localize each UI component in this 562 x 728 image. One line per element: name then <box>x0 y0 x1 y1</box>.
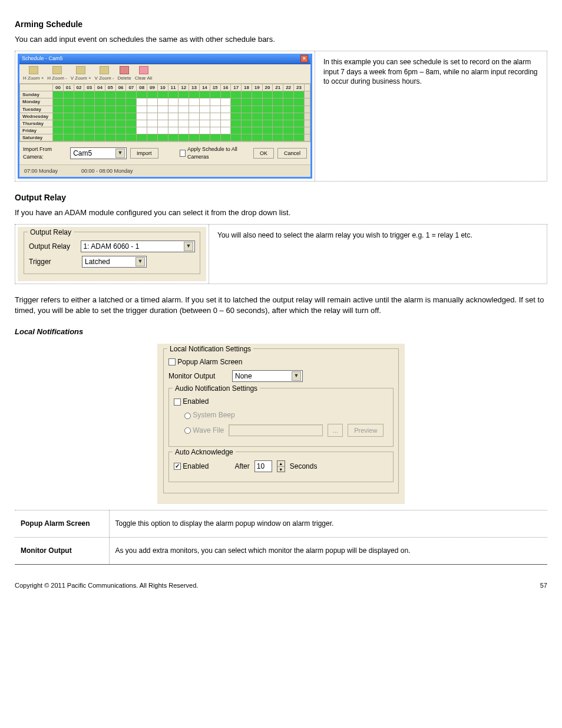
heading-local-notifications: Local Notifications <box>15 327 547 337</box>
preview-button[interactable]: Preview <box>348 424 384 437</box>
auto-acknowledge-fieldset: Auto Acknowledge ✓ Enabled After ▲ ▼ Sec… <box>168 452 394 482</box>
auto-ack-enabled-checkbox[interactable]: ✓ Enabled <box>174 462 209 472</box>
definitions-table: Popup Alarm ScreenToggle this option to … <box>15 510 547 565</box>
definition-text: Toggle this option to display the alarm … <box>109 510 547 537</box>
clear-all-button[interactable]: Clear All <box>135 66 153 81</box>
page-number: 57 <box>540 581 547 590</box>
output-relay-select[interactable]: 1: ADAM 6060 - 1 ▼ <box>81 241 195 252</box>
schedule-toolbar: H Zoom + H Zoom - V Zoom + V Zoom - Dele… <box>19 64 310 84</box>
table-row: Monitor OutputAs you add extra monitors,… <box>15 537 547 564</box>
schedule-description: In this example you can see schedule is … <box>315 51 547 181</box>
schedule-status-bar: 07:00 Monday 00:00 - 08:00 Monday <box>19 164 310 177</box>
cancel-button[interactable]: Cancel <box>277 148 307 159</box>
trigger-explanation: Trigger refers to either a latched or a … <box>15 295 547 316</box>
hzoom-minus-button[interactable]: H Zoom - <box>47 66 67 81</box>
relay-description: You will also need to select the alarm r… <box>209 225 547 284</box>
heading-arming-schedule: Arming Schedule <box>15 19 547 31</box>
audio-enabled-checkbox[interactable]: Enabled <box>174 397 209 407</box>
body-arming-intro: You can add input event on schedules the… <box>15 34 547 45</box>
delete-button[interactable]: Delete <box>118 66 131 81</box>
local-notification-box: Local Notification Settings Popup Alarm … <box>157 344 405 504</box>
schedule-titlebar: Schedule - Cam5 × <box>19 54 310 64</box>
copyright-text: Copyright © 2011 Pacific Communications.… <box>15 581 198 590</box>
table-row: Popup Alarm ScreenToggle this option to … <box>15 510 547 537</box>
schedule-grid[interactable]: 0001020304050607080910111213141516171819… <box>19 84 310 142</box>
ok-button[interactable]: OK <box>253 148 274 159</box>
heading-output-relay: Output Relay <box>15 192 547 204</box>
status-time-left: 07:00 Monday <box>24 167 58 175</box>
chevron-down-icon: ▼ <box>135 257 145 266</box>
hzoom-plus-button[interactable]: H Zoom + <box>23 66 44 81</box>
stepper-down-icon[interactable]: ▼ <box>277 467 285 472</box>
wave-file-input[interactable] <box>229 424 323 436</box>
monitor-output-label: Monitor Output <box>168 371 227 381</box>
lns-legend: Local Notification Settings <box>167 344 253 354</box>
relay-panel: Output Relay Output Relay 1: ADAM 6060 -… <box>15 224 547 284</box>
trigger-label: Trigger <box>29 257 77 267</box>
browse-button[interactable]: ... <box>328 424 343 437</box>
stepper-up-icon[interactable]: ▲ <box>277 461 285 467</box>
output-relay-legend: Output Relay <box>28 228 74 238</box>
chevron-down-icon: ▼ <box>292 371 301 381</box>
popup-alarm-checkbox[interactable]: Popup Alarm Screen <box>168 357 242 367</box>
local-notification-fieldset: Local Notification Settings Popup Alarm … <box>163 348 399 493</box>
vzoom-minus-button[interactable]: V Zoom - <box>95 66 114 81</box>
schedule-panel: Schedule - Cam5 × H Zoom + H Zoom - V Zo… <box>15 51 547 182</box>
output-relay-label: Output Relay <box>29 242 76 252</box>
wave-file-radio[interactable]: Wave File <box>184 426 224 436</box>
close-icon[interactable]: × <box>300 55 308 62</box>
apply-all-checkbox[interactable]: Apply Schedule to All Cameras <box>180 146 250 160</box>
seconds-label: Seconds <box>290 462 318 472</box>
seconds-stepper[interactable]: ▲ ▼ <box>277 460 285 472</box>
schedule-title: Schedule - Cam5 <box>22 55 63 62</box>
audio-notification-fieldset: Audio Notification Settings Enabled Syst… <box>168 388 394 447</box>
body-relay-intro: If you have an ADAM module configured yo… <box>15 207 547 218</box>
schedule-bottom-bar: Import From Camera: Cam5 ▼ Import Apply … <box>19 141 310 164</box>
after-label: After <box>234 462 249 472</box>
import-button[interactable]: Import <box>130 148 158 159</box>
trigger-select[interactable]: Latched ▼ <box>82 256 147 268</box>
definition-term: Popup Alarm Screen <box>15 510 109 537</box>
output-relay-fieldset: Output Relay Output Relay 1: ADAM 6060 -… <box>24 232 200 274</box>
audio-legend: Audio Notification Settings <box>173 384 260 394</box>
auto-ack-legend: Auto Acknowledge <box>173 447 236 457</box>
import-camera-select[interactable]: Cam5 ▼ <box>70 147 127 159</box>
chevron-down-icon: ▼ <box>184 242 193 251</box>
definition-term: Monitor Output <box>15 537 109 564</box>
vzoom-plus-button[interactable]: V Zoom + <box>71 66 91 81</box>
import-from-camera-label: Import From Camera: <box>23 146 67 160</box>
definition-text: As you add extra monitors, you can selec… <box>109 537 547 564</box>
chevron-down-icon: ▼ <box>115 149 125 158</box>
status-time-range: 00:00 - 08:00 Monday <box>81 167 133 175</box>
after-seconds-input[interactable] <box>254 460 272 472</box>
schedule-window: Schedule - Cam5 × H Zoom + H Zoom - V Zo… <box>18 54 312 179</box>
page-footer: Copyright © 2011 Pacific Communications.… <box>15 581 547 590</box>
monitor-output-select[interactable]: None ▼ <box>232 370 303 382</box>
system-beep-radio[interactable]: System Beep <box>184 410 235 420</box>
